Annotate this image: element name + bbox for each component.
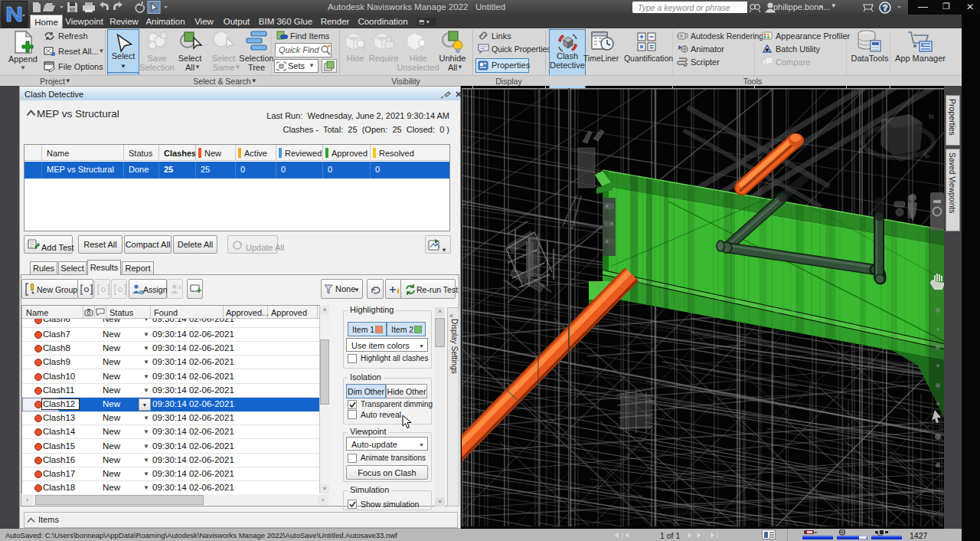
svg-text:?: ? (883, 3, 888, 12)
svg-text:S: S (858, 146, 863, 154)
svg-text:N: N (929, 113, 934, 120)
